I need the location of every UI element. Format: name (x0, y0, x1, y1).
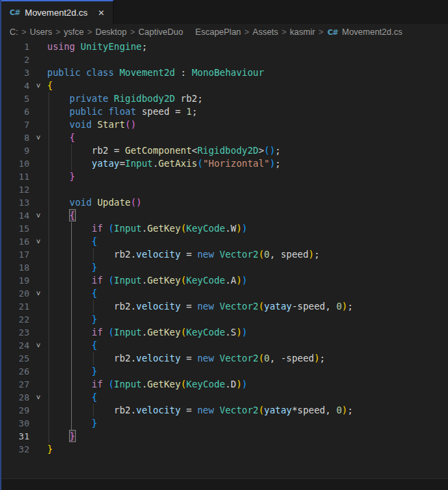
code-line[interactable]: 26 } (0, 365, 448, 378)
line-number[interactable]: 9 (0, 144, 29, 157)
breadcrumb-item[interactable]: kasmir (289, 27, 316, 37)
breadcrumb-item[interactable]: Desktop (94, 27, 127, 37)
line-number[interactable]: 3 (0, 66, 29, 79)
line-number[interactable]: 31 (0, 430, 29, 443)
code-line[interactable]: 24˅ { (0, 339, 448, 352)
line-number[interactable]: 22 (0, 313, 29, 326)
fold-spacer (29, 66, 47, 79)
line-number[interactable]: 28 (0, 391, 29, 404)
line-number[interactable]: 30 (0, 417, 29, 430)
code-line[interactable]: 14˅ { (0, 209, 448, 222)
fold-icon[interactable]: ˅ (29, 287, 47, 300)
line-number[interactable]: 16 (0, 235, 29, 248)
code-text: { (47, 79, 53, 92)
code-line[interactable]: 19 if (Input.GetKey(KeyCode.A)) (0, 274, 448, 287)
code-line[interactable]: 1using UnityEngine; (0, 40, 448, 53)
tab-movement2d[interactable]: C# Movement2d.cs ✕ (0, 0, 114, 24)
line-number[interactable]: 14 (0, 209, 29, 222)
line-number[interactable]: 23 (0, 326, 29, 339)
code-text: { (47, 391, 97, 404)
line-number[interactable]: 7 (0, 118, 29, 131)
fold-icon[interactable]: ˅ (29, 79, 47, 92)
code-line[interactable]: 15 if (Input.GetKey(KeyCode.W)) (0, 222, 448, 235)
line-number[interactable]: 25 (0, 352, 29, 365)
line-number[interactable]: 26 (0, 365, 29, 378)
code-line[interactable]: 18 } (0, 261, 448, 274)
code-line[interactable]: 7 void Start() (0, 118, 448, 131)
code-line[interactable]: 2 (0, 53, 448, 66)
fold-icon[interactable]: ˅ (29, 391, 47, 404)
chevron-right-icon: > (319, 27, 324, 37)
line-number[interactable]: 19 (0, 274, 29, 287)
line-number[interactable]: 27 (0, 378, 29, 391)
code-line[interactable]: 6 public float speed = 1; (0, 105, 448, 118)
breadcrumb-item[interactable]: C: (9, 27, 19, 37)
code-line[interactable]: 13 void Update() (0, 196, 448, 209)
fold-icon[interactable]: ˅ (29, 235, 47, 248)
fold-icon[interactable]: ˅ (29, 131, 47, 144)
line-number[interactable]: 13 (0, 196, 29, 209)
code-line[interactable]: 30 } (0, 417, 448, 430)
breadcrumb-item[interactable]: CaptiveDuo (137, 27, 183, 37)
code-text: if (Input.GetKey(KeyCode.W)) (47, 222, 248, 235)
code-line[interactable]: 11 } (0, 170, 448, 183)
code-line[interactable]: 8˅ { (0, 131, 448, 144)
code-line[interactable]: 31 } (0, 430, 448, 443)
code-line[interactable]: 10 yatay=Input.GetAxis("Horizontal"); (0, 157, 448, 170)
code-line[interactable]: 16˅ { (0, 235, 448, 248)
line-number[interactable]: 29 (0, 404, 29, 417)
code-editor[interactable]: 1using UnityEngine;23public class Moveme… (0, 40, 448, 479)
code-text: } (47, 417, 97, 430)
code-line[interactable]: 22 } (0, 313, 448, 326)
code-text: { (47, 287, 97, 300)
fold-spacer (29, 274, 47, 287)
line-number[interactable]: 6 (0, 105, 29, 118)
fold-icon[interactable]: ˅ (29, 339, 47, 352)
line-number[interactable]: 11 (0, 170, 29, 183)
code-text: } (47, 365, 97, 378)
line-number[interactable]: 24 (0, 339, 29, 352)
line-number[interactable]: 15 (0, 222, 29, 235)
fold-icon[interactable]: ˅ (29, 209, 47, 222)
code-line[interactable]: 25 rb2.velocity = new Vector2(0, -speed)… (0, 352, 448, 365)
line-number[interactable]: 10 (0, 157, 29, 170)
code-line[interactable]: 9 rb2 = GetComponent<Rigidbody2D>(); (0, 144, 448, 157)
breadcrumb-item[interactable]: Movement2d.cs (341, 27, 403, 37)
code-text: } (47, 313, 97, 326)
breadcrumb-item[interactable]: ysfce (63, 27, 84, 37)
code-line[interactable]: 32} (0, 443, 448, 456)
line-number[interactable]: 17 (0, 248, 29, 261)
line-number[interactable]: 2 (0, 53, 29, 66)
tab-label: Movement2d.cs (25, 8, 88, 18)
code-line[interactable]: 27 if (Input.GetKey(KeyCode.D)) (0, 378, 448, 391)
code-line[interactable]: 3public class Movement2d : MonoBehaviour (0, 66, 448, 79)
line-number[interactable]: 20 (0, 287, 29, 300)
code-line[interactable]: 23 if (Input.GetKey(KeyCode.S)) (0, 326, 448, 339)
code-line[interactable]: 20˅ { (0, 287, 448, 300)
close-icon[interactable]: ✕ (98, 8, 105, 18)
line-number[interactable]: 8 (0, 131, 29, 144)
breadcrumb-item[interactable]: EscapePlan (195, 27, 242, 37)
code-line[interactable]: 17 rb2.velocity = new Vector2(0, speed); (0, 248, 448, 261)
vscode-window: C# Movement2d.cs ✕ C:>Users>ysfce>Deskto… (0, 0, 448, 490)
breadcrumb-item[interactable]: Users (29, 27, 53, 37)
code-line[interactable]: 29 rb2.velocity = new Vector2(yatay*spee… (0, 404, 448, 417)
code-line[interactable]: 21 rb2.velocity = new Vector2(yatay-spee… (0, 300, 448, 313)
csharp-file-icon: C# (10, 8, 20, 17)
code-line[interactable]: 28˅ { (0, 391, 448, 404)
breadcrumb-item[interactable]: Assets (252, 27, 279, 37)
line-number[interactable]: 5 (0, 92, 29, 105)
code-line[interactable]: 12 (0, 183, 448, 196)
line-number[interactable]: 21 (0, 300, 29, 313)
fold-spacer (29, 53, 47, 66)
line-number[interactable]: 4 (0, 79, 29, 92)
text-cursor (75, 431, 77, 441)
line-number[interactable]: 18 (0, 261, 29, 274)
code-text: if (Input.GetKey(KeyCode.D)) (47, 378, 248, 391)
code-line[interactable]: 5 private Rigidbody2D rb2; (0, 92, 448, 105)
line-number[interactable]: 1 (0, 40, 29, 53)
line-number[interactable]: 32 (0, 443, 29, 456)
code-line[interactable]: 4˅{ (0, 79, 448, 92)
fold-spacer (29, 92, 47, 105)
line-number[interactable]: 12 (0, 183, 29, 196)
